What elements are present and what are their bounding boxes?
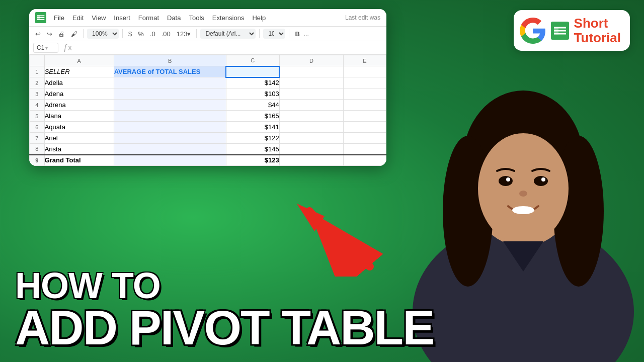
menu-file[interactable]: File (50, 13, 68, 23)
cell-a4[interactable]: Adrena (44, 100, 114, 111)
cell-a8[interactable]: Arista (44, 144, 114, 155)
cell-b4[interactable] (114, 100, 226, 111)
cell-d5[interactable] (279, 111, 343, 122)
menu-tools[interactable]: Tools (185, 13, 207, 23)
cell-b8[interactable] (114, 144, 226, 155)
menu-view[interactable]: View (88, 13, 109, 23)
row-num-9: 9 (30, 155, 45, 166)
cell-a1[interactable]: SELLER (44, 66, 114, 77)
cell-b5[interactable] (114, 111, 226, 122)
row-num-7: 7 (30, 133, 45, 144)
bottom-text-area: HOW TO ADD PIVOT TABLE (15, 267, 434, 352)
menu-help[interactable]: Help (249, 13, 269, 23)
menu-extensions[interactable]: Extensions (209, 13, 248, 23)
cell-b3[interactable] (114, 88, 226, 100)
row-num-2: 2 (30, 77, 45, 88)
cell-d3[interactable] (279, 88, 343, 100)
row-num-3: 3 (30, 88, 45, 100)
menu-edit[interactable]: Edit (69, 13, 87, 23)
toolbar-divider-5 (289, 29, 289, 38)
cell-c2[interactable]: $142 (226, 77, 279, 88)
tutorial-badge: Short Tutorial (514, 10, 630, 51)
cell-a3[interactable]: Adena (44, 88, 114, 100)
cell-c9[interactable]: $123 (226, 155, 279, 166)
cell-c3[interactable]: $103 (226, 88, 279, 100)
formula-bar: C1 ▾ ƒx (29, 41, 386, 55)
col-header-c[interactable]: C (226, 55, 279, 66)
decimal2-format-button[interactable]: .00 (159, 29, 173, 39)
svg-point-20 (534, 176, 548, 186)
cell-c6[interactable]: $141 (226, 122, 279, 133)
cell-c7[interactable]: $122 (226, 133, 279, 144)
cell-b6[interactable] (114, 122, 226, 133)
more-toolbar-indicator: ... (304, 30, 309, 37)
undo-button[interactable]: ↩ (33, 29, 43, 39)
cell-a9[interactable]: Grand Total (44, 155, 114, 166)
toolbar-divider-4 (259, 29, 260, 38)
cell-e1[interactable] (344, 66, 386, 77)
toolbar-divider-1 (83, 29, 84, 38)
table-row: 7 Ariel $122 (30, 133, 386, 144)
sheets-icon (551, 22, 569, 40)
cell-c5[interactable]: $165 (226, 111, 279, 122)
sheets-small-icon (35, 12, 46, 23)
cell-d4[interactable] (279, 100, 343, 111)
print-button[interactable]: 🖨 (56, 29, 67, 39)
menu-insert[interactable]: Insert (110, 13, 134, 23)
cell-b7[interactable] (114, 133, 226, 144)
cell-a6[interactable]: Aquata (44, 122, 114, 133)
cell-d9[interactable] (279, 155, 343, 166)
menu-format[interactable]: Format (135, 13, 163, 23)
cell-d2[interactable] (279, 77, 343, 88)
more-format-button[interactable]: 123▾ (175, 29, 193, 39)
cell-b1[interactable]: AVERAGE of TOTAL SALES (114, 66, 226, 77)
spreadsheet-window: File Edit View Insert Format Data Tools … (29, 9, 386, 166)
toolbar-divider-3 (196, 29, 197, 38)
format-paint-button[interactable]: 🖌 (69, 29, 79, 39)
menu-bar: File Edit View Insert Format Data Tools … (29, 9, 386, 27)
cell-e7[interactable] (344, 133, 386, 144)
cell-e5[interactable] (344, 111, 386, 122)
col-header-e[interactable]: E (344, 55, 386, 66)
cell-c8[interactable]: $145 (226, 144, 279, 155)
cell-d7[interactable] (279, 133, 343, 144)
cell-b9[interactable] (114, 155, 226, 166)
cell-e4[interactable] (344, 100, 386, 111)
cell-c4[interactable]: $44 (226, 100, 279, 111)
cell-e2[interactable] (344, 77, 386, 88)
menu-data[interactable]: Data (164, 13, 184, 23)
cell-a5[interactable]: Alana (44, 111, 114, 122)
percent-format-button[interactable]: % (136, 29, 146, 39)
bold-button[interactable]: B (293, 29, 301, 39)
cell-b2[interactable] (114, 77, 226, 88)
currency-format-button[interactable]: $ (126, 29, 134, 39)
spreadsheet-grid: A B C D E 1 SELLER AVERAGE of TOTAL SALE… (29, 55, 386, 166)
col-header-d[interactable]: D (279, 55, 343, 66)
badge-title: Short Tutorial (574, 16, 621, 45)
cell-e6[interactable] (344, 122, 386, 133)
cell-d6[interactable] (279, 122, 343, 133)
redo-button[interactable]: ↪ (45, 29, 54, 39)
svg-point-18 (478, 133, 569, 244)
cell-d1[interactable] (279, 66, 343, 77)
cell-reference[interactable]: C1 ▾ (33, 43, 58, 53)
zoom-selector[interactable]: 100% (87, 29, 119, 39)
font-size-selector[interactable]: 10 (263, 29, 285, 39)
svg-point-19 (499, 176, 513, 186)
cell-a7[interactable]: Ariel (44, 133, 114, 144)
grand-total-row: 9 Grand Total $123 (30, 155, 386, 166)
cell-e3[interactable] (344, 88, 386, 100)
col-header-a[interactable]: A (44, 55, 114, 66)
cell-c1[interactable] (226, 66, 279, 77)
person-image (403, 50, 644, 362)
cell-a2[interactable]: Adella (44, 77, 114, 88)
col-header-b[interactable]: B (114, 55, 226, 66)
svg-point-23 (519, 191, 527, 197)
decimal1-format-button[interactable]: .0 (148, 29, 157, 39)
font-selector[interactable]: Default (Ari... (200, 29, 256, 39)
cell-e8[interactable] (344, 144, 386, 155)
cell-e9[interactable] (344, 155, 386, 166)
cell-d8[interactable] (279, 144, 343, 155)
svg-point-24 (512, 206, 534, 214)
data-table: A B C D E 1 SELLER AVERAGE of TOTAL SALE… (29, 55, 386, 166)
